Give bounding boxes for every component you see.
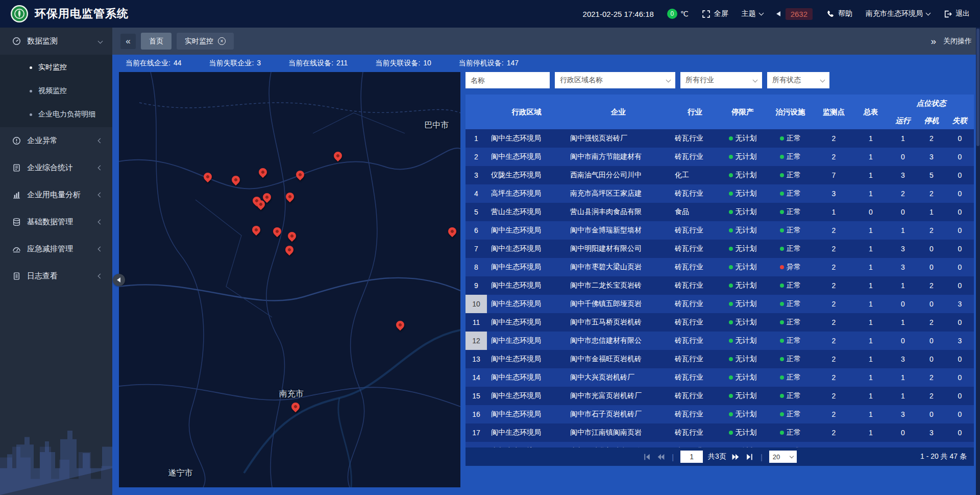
alarm-count[interactable]: 2632 xyxy=(786,8,813,20)
table-row[interactable]: 1 阆中生态环境局 阆中强锐页岩砖厂 砖瓦行业 无计划 正常 2 1 1 2 0 xyxy=(465,129,974,148)
tab-realtime-monitoring[interactable]: 实时监控 × xyxy=(177,33,234,50)
page-size-select[interactable]: 20 xyxy=(769,451,797,463)
tab-home[interactable]: 首页 xyxy=(141,33,172,50)
first-page-button[interactable] xyxy=(643,453,651,461)
chevron-down-icon xyxy=(758,11,764,16)
map-pin[interactable] xyxy=(251,226,261,236)
cell-index: 4 xyxy=(465,184,487,203)
org-label: 南充市生态环境局 xyxy=(866,9,923,18)
map-pin[interactable] xyxy=(203,173,213,183)
stat-offline-devices: 当前失联设备: 10 xyxy=(375,59,431,68)
map-pin[interactable] xyxy=(231,176,241,186)
map-pin[interactable] xyxy=(447,227,457,238)
announcement-arrow-icon[interactable] xyxy=(776,11,780,16)
table-row[interactable]: 10 阆中生态环境局 阆中千佛镇五郎垭页岩 砖瓦行业 无计划 正常 2 1 0 … xyxy=(465,295,974,313)
table-row[interactable]: 15 阆中生态环境局 阆中市光富页岩机砖厂 砖瓦行业 无计划 正常 2 1 1 … xyxy=(465,387,974,405)
sidebar-item-data-monitoring[interactable]: 数据监测 xyxy=(0,28,112,55)
org-dropdown[interactable]: 南充市生态环境局 xyxy=(866,9,930,18)
cell-limit: 无计划 xyxy=(719,332,766,350)
map-pin[interactable] xyxy=(333,152,343,162)
table-row[interactable]: 12 阆中生态环境局 阆中市忠信建材有限公 砖瓦行业 无计划 正常 2 1 0 … xyxy=(465,332,974,350)
column-header-region: 行政区域 xyxy=(487,95,566,129)
status-filter-select[interactable]: 所有状态 xyxy=(767,72,829,88)
cell-industry: 砖瓦行业 xyxy=(671,387,719,405)
table-row[interactable]: 6 阆中生态环境局 阆中市金博瑞新型墙材 砖瓦行业 无计划 正常 2 1 1 2… xyxy=(465,221,974,240)
cell-meter: 1 xyxy=(853,184,889,203)
table-row[interactable]: 14 阆中生态环境局 阆中大兴页岩机砖厂 砖瓦行业 无计划 正常 2 1 1 2… xyxy=(465,368,974,387)
map-pin[interactable] xyxy=(287,232,297,242)
table-row[interactable]: 3 仪陇生态环境局 西南油气田分公司川中 化工 无计划 正常 7 1 3 5 0 xyxy=(465,166,974,184)
cell-monitor: 2 xyxy=(815,240,853,258)
logout-button[interactable]: 退出 xyxy=(943,9,970,18)
facility-status-dot xyxy=(780,173,784,177)
map-pin[interactable] xyxy=(395,321,405,331)
sidebar-item-log-view[interactable]: 日志查看 xyxy=(0,263,112,290)
double-chevron-right-icon[interactable]: » xyxy=(930,36,936,47)
cell-company: 阆中市二龙长宝页岩砖 xyxy=(566,276,671,295)
scrollbar-thumb[interactable] xyxy=(976,29,979,146)
table-row[interactable]: 5 营山生态环境局 营山县润丰肉食品有限 食品 无计划 正常 1 0 0 1 0 xyxy=(465,203,974,221)
map-pin[interactable] xyxy=(290,403,301,413)
scrollbar[interactable] xyxy=(976,28,980,495)
table-row[interactable]: 9 阆中生态环境局 阆中市二龙长宝页岩砖 砖瓦行业 无计划 正常 2 1 1 2… xyxy=(465,276,974,295)
limit-status-dot xyxy=(729,247,733,251)
next-page-button[interactable] xyxy=(731,453,740,461)
industry-filter-select[interactable]: 所有行业 xyxy=(680,72,762,88)
tabs-scroll-left-button[interactable]: « xyxy=(120,34,136,49)
sidebar-item-enterprise-statistics[interactable]: 企业综合统计 xyxy=(0,154,112,181)
cell-meter: 1 xyxy=(853,313,889,332)
tab-bar: « 首页 实时监控 × » 关闭操作 xyxy=(112,28,980,55)
sidebar-item-emergency-reduction[interactable]: 应急减排管理 xyxy=(0,235,112,263)
cell-run: 0 xyxy=(889,442,917,447)
last-page-button[interactable] xyxy=(745,453,754,461)
sidebar-item-label: 视频监控 xyxy=(38,86,67,96)
map-pin[interactable] xyxy=(285,193,295,203)
map-pin[interactable] xyxy=(258,168,268,178)
cell-meter: 1 xyxy=(853,240,889,258)
theme-dropdown[interactable]: 主题 xyxy=(742,9,763,18)
cell-halt: 2 xyxy=(917,129,946,148)
table-scroll-area[interactable]: 行政区域 企业 行业 停限产 治污设施 监测点 总表 点位状态 运行 xyxy=(465,95,974,447)
sidebar-item-video-monitoring[interactable]: 视频监控 xyxy=(0,79,112,103)
region-filter-select[interactable]: 行政区域名称 xyxy=(555,72,675,88)
cell-halt: 0 xyxy=(917,350,946,368)
table-row[interactable]: 16 阆中生态环境局 阆中市石子页岩机砖厂 砖瓦行业 无计划 正常 2 1 3 … xyxy=(465,405,974,423)
sidebar-item-enterprise-anomaly[interactable]: 企业异常 xyxy=(0,127,112,154)
panel-collapse-button[interactable] xyxy=(113,274,125,286)
cell-halt: 5 xyxy=(917,166,946,184)
facility-status-dot xyxy=(780,357,784,361)
table-row[interactable]: 2 阆中生态环境局 阆中市南方节能建材有 砖瓦行业 无计划 正常 2 1 0 3… xyxy=(465,148,974,166)
prev-page-button[interactable] xyxy=(656,453,665,461)
table-row[interactable]: 8 阆中生态环境局 阆中市枣碧大梁山页岩 砖瓦行业 无计划 异常 2 1 3 0… xyxy=(465,258,974,276)
fullscreen-button[interactable]: 全屏 xyxy=(702,9,728,18)
page-size-value: 20 xyxy=(773,453,780,461)
sidebar-item-electricity-analysis[interactable]: 企业用电量分析 xyxy=(0,181,112,208)
table-row[interactable]: 13 阆中生态环境局 阆中市金福旺页岩机砖 砖瓦行业 无计划 正常 2 1 3 … xyxy=(465,350,974,368)
sidebar-item-base-data-management[interactable]: 基础数据管理 xyxy=(0,208,112,235)
sidebar-submenu: 实时监控 视频监控 企业电力负荷明细 xyxy=(0,55,112,127)
table-row[interactable]: 17 阆中生态环境局 阆中市江南镇阆南页岩 砖瓦行业 无计划 正常 2 1 0 … xyxy=(465,423,974,442)
chevron-left-icon xyxy=(98,247,103,252)
limit-status-dot xyxy=(729,265,733,269)
table-row[interactable]: 4 高坪生态环境局 南充市高坪区王家店建 砖瓦行业 无计划 正常 3 1 2 2… xyxy=(465,184,974,203)
map-pin[interactable] xyxy=(295,171,305,181)
page-number-input[interactable] xyxy=(680,451,703,463)
sidebar-item-power-load-detail[interactable]: 企业电力负荷明细 xyxy=(0,103,112,126)
table-row[interactable]: 18 南部生态环境局 南部县瑞华机砖有限公 砖瓦行业 无计划 正常 2 1 0 … xyxy=(465,442,974,447)
table-row[interactable]: 7 阆中生态环境局 阆中明阳建材有限公司 砖瓦行业 无计划 正常 2 1 3 0… xyxy=(465,240,974,258)
cell-meter: 1 xyxy=(853,166,889,184)
sidebar-item-realtime-monitoring[interactable]: 实时监控 xyxy=(0,56,112,79)
cell-facility: 正常 xyxy=(766,295,815,313)
map-pin[interactable] xyxy=(272,227,282,238)
sidebar-group-label: 日志查看 xyxy=(27,271,92,281)
map[interactable]: 巴中市南充市遂宁市 xyxy=(119,72,460,487)
map-pin[interactable] xyxy=(256,200,266,210)
chevron-down-icon xyxy=(790,454,794,458)
close-operations-button[interactable]: 关闭操作 xyxy=(943,37,972,46)
help-button[interactable]: 帮助 xyxy=(826,9,852,18)
name-filter-input[interactable] xyxy=(465,72,550,88)
map-pin[interactable] xyxy=(284,246,295,256)
close-icon[interactable]: × xyxy=(218,37,226,45)
column-header-limit: 停限产 xyxy=(719,95,766,129)
table-row[interactable]: 11 阆中生态环境局 阆中市五马桥页岩机砖 砖瓦行业 无计划 正常 2 1 1 … xyxy=(465,313,974,332)
